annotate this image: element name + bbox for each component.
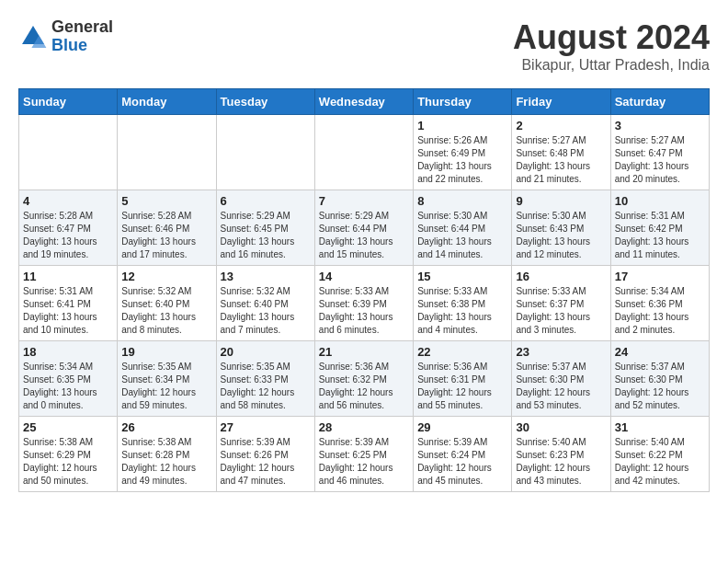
calendar-week-5: 25Sunrise: 5:38 AM Sunset: 6:29 PM Dayli… bbox=[19, 417, 710, 492]
calendar-cell: 14Sunrise: 5:33 AM Sunset: 6:39 PM Dayli… bbox=[314, 266, 413, 341]
calendar-cell: 24Sunrise: 5:37 AM Sunset: 6:30 PM Dayli… bbox=[610, 341, 709, 417]
calendar-cell: 21Sunrise: 5:36 AM Sunset: 6:32 PM Dayli… bbox=[314, 341, 413, 417]
day-info: Sunrise: 5:37 AM Sunset: 6:30 PM Dayligh… bbox=[615, 361, 705, 412]
calendar-cell: 15Sunrise: 5:33 AM Sunset: 6:38 PM Dayli… bbox=[414, 266, 512, 341]
calendar-week-2: 4Sunrise: 5:28 AM Sunset: 6:47 PM Daylig… bbox=[19, 190, 710, 266]
day-info: Sunrise: 5:35 AM Sunset: 6:34 PM Dayligh… bbox=[121, 361, 211, 412]
day-number: 19 bbox=[121, 345, 211, 359]
calendar-body: 1Sunrise: 5:26 AM Sunset: 6:49 PM Daylig… bbox=[19, 115, 710, 492]
day-info: Sunrise: 5:29 AM Sunset: 6:44 PM Dayligh… bbox=[319, 210, 409, 261]
calendar-cell: 27Sunrise: 5:39 AM Sunset: 6:26 PM Dayli… bbox=[216, 417, 314, 492]
day-info: Sunrise: 5:33 AM Sunset: 6:39 PM Dayligh… bbox=[319, 285, 409, 337]
day-number: 6 bbox=[221, 194, 311, 208]
day-number: 13 bbox=[221, 270, 311, 283]
calendar-cell: 9Sunrise: 5:30 AM Sunset: 6:43 PM Daylig… bbox=[512, 190, 610, 266]
month-year-title: August 2024 bbox=[513, 18, 710, 57]
day-number: 24 bbox=[615, 345, 705, 359]
calendar-cell: 22Sunrise: 5:36 AM Sunset: 6:31 PM Dayli… bbox=[414, 341, 512, 417]
day-info: Sunrise: 5:33 AM Sunset: 6:38 PM Dayligh… bbox=[417, 285, 507, 337]
logo-blue-text: Blue bbox=[51, 37, 113, 55]
calendar-week-4: 18Sunrise: 5:34 AM Sunset: 6:35 PM Dayli… bbox=[19, 341, 710, 417]
day-info: Sunrise: 5:40 AM Sunset: 6:22 PM Dayligh… bbox=[615, 436, 705, 488]
day-number: 16 bbox=[516, 270, 606, 283]
day-number: 9 bbox=[516, 194, 606, 208]
calendar-cell: 6Sunrise: 5:29 AM Sunset: 6:45 PM Daylig… bbox=[216, 190, 314, 266]
day-info: Sunrise: 5:27 AM Sunset: 6:47 PM Dayligh… bbox=[615, 134, 705, 186]
header-wednesday: Wednesday bbox=[314, 89, 413, 115]
day-number: 10 bbox=[615, 194, 705, 208]
day-number: 11 bbox=[23, 270, 113, 283]
day-info: Sunrise: 5:32 AM Sunset: 6:40 PM Dayligh… bbox=[221, 285, 311, 337]
day-number: 7 bbox=[319, 194, 409, 208]
day-number: 26 bbox=[121, 420, 211, 434]
day-info: Sunrise: 5:32 AM Sunset: 6:40 PM Dayligh… bbox=[121, 285, 211, 337]
logo-general-text: General bbox=[51, 18, 113, 37]
day-number: 29 bbox=[417, 420, 507, 434]
day-number: 8 bbox=[417, 194, 507, 208]
calendar-cell: 17Sunrise: 5:34 AM Sunset: 6:36 PM Dayli… bbox=[610, 266, 709, 341]
day-number: 27 bbox=[221, 420, 311, 434]
day-number: 30 bbox=[516, 420, 606, 434]
header-friday: Friday bbox=[512, 89, 610, 115]
day-info: Sunrise: 5:28 AM Sunset: 6:46 PM Dayligh… bbox=[121, 210, 211, 261]
day-info: Sunrise: 5:38 AM Sunset: 6:28 PM Dayligh… bbox=[121, 436, 211, 488]
day-info: Sunrise: 5:33 AM Sunset: 6:37 PM Dayligh… bbox=[516, 285, 606, 337]
header-thursday: Thursday bbox=[414, 89, 512, 115]
calendar-week-1: 1Sunrise: 5:26 AM Sunset: 6:49 PM Daylig… bbox=[19, 115, 710, 190]
calendar-cell: 4Sunrise: 5:28 AM Sunset: 6:47 PM Daylig… bbox=[19, 190, 118, 266]
calendar-cell: 1Sunrise: 5:26 AM Sunset: 6:49 PM Daylig… bbox=[414, 115, 512, 190]
calendar-cell: 20Sunrise: 5:35 AM Sunset: 6:33 PM Dayli… bbox=[216, 341, 314, 417]
calendar-cell: 26Sunrise: 5:38 AM Sunset: 6:28 PM Dayli… bbox=[118, 417, 216, 492]
day-number: 1 bbox=[417, 119, 507, 132]
calendar-cell: 5Sunrise: 5:28 AM Sunset: 6:46 PM Daylig… bbox=[118, 190, 216, 266]
day-info: Sunrise: 5:39 AM Sunset: 6:25 PM Dayligh… bbox=[319, 436, 409, 488]
calendar-table: Sunday Monday Tuesday Wednesday Thursday… bbox=[18, 88, 710, 492]
calendar-cell: 10Sunrise: 5:31 AM Sunset: 6:42 PM Dayli… bbox=[610, 190, 709, 266]
day-info: Sunrise: 5:31 AM Sunset: 6:42 PM Dayligh… bbox=[615, 210, 705, 261]
day-info: Sunrise: 5:36 AM Sunset: 6:31 PM Dayligh… bbox=[417, 361, 507, 412]
day-number: 14 bbox=[319, 270, 409, 283]
day-number: 25 bbox=[23, 420, 113, 434]
calendar-cell bbox=[118, 115, 216, 190]
calendar-cell: 8Sunrise: 5:30 AM Sunset: 6:44 PM Daylig… bbox=[414, 190, 512, 266]
day-number: 5 bbox=[121, 194, 211, 208]
header-sunday: Sunday bbox=[19, 89, 118, 115]
header-monday: Monday bbox=[118, 89, 216, 115]
calendar-cell: 18Sunrise: 5:34 AM Sunset: 6:35 PM Dayli… bbox=[19, 341, 118, 417]
calendar-cell bbox=[19, 115, 118, 190]
header-tuesday: Tuesday bbox=[216, 89, 314, 115]
page-header: General Blue August 2024 Bikapur, Uttar … bbox=[18, 18, 710, 74]
day-info: Sunrise: 5:30 AM Sunset: 6:43 PM Dayligh… bbox=[516, 210, 606, 261]
header-row: Sunday Monday Tuesday Wednesday Thursday… bbox=[19, 89, 710, 115]
calendar-cell: 30Sunrise: 5:40 AM Sunset: 6:23 PM Dayli… bbox=[512, 417, 610, 492]
day-number: 28 bbox=[319, 420, 409, 434]
day-info: Sunrise: 5:31 AM Sunset: 6:41 PM Dayligh… bbox=[23, 285, 113, 337]
header-saturday: Saturday bbox=[610, 89, 709, 115]
day-info: Sunrise: 5:28 AM Sunset: 6:47 PM Dayligh… bbox=[23, 210, 113, 261]
day-number: 23 bbox=[516, 345, 606, 359]
day-number: 3 bbox=[615, 119, 705, 132]
day-number: 15 bbox=[417, 270, 507, 283]
logo: General Blue bbox=[18, 18, 113, 55]
day-info: Sunrise: 5:34 AM Sunset: 6:35 PM Dayligh… bbox=[23, 361, 113, 412]
calendar-cell: 23Sunrise: 5:37 AM Sunset: 6:30 PM Dayli… bbox=[512, 341, 610, 417]
day-number: 12 bbox=[121, 270, 211, 283]
calendar-cell: 2Sunrise: 5:27 AM Sunset: 6:48 PM Daylig… bbox=[512, 115, 610, 190]
day-number: 31 bbox=[615, 420, 705, 434]
calendar-header: Sunday Monday Tuesday Wednesday Thursday… bbox=[19, 89, 710, 115]
day-info: Sunrise: 5:29 AM Sunset: 6:45 PM Dayligh… bbox=[221, 210, 311, 261]
calendar-cell: 19Sunrise: 5:35 AM Sunset: 6:34 PM Dayli… bbox=[118, 341, 216, 417]
calendar-cell bbox=[216, 115, 314, 190]
day-info: Sunrise: 5:40 AM Sunset: 6:23 PM Dayligh… bbox=[516, 436, 606, 488]
day-number: 4 bbox=[23, 194, 113, 208]
day-info: Sunrise: 5:36 AM Sunset: 6:32 PM Dayligh… bbox=[319, 361, 409, 412]
day-number: 21 bbox=[319, 345, 409, 359]
day-number: 17 bbox=[615, 270, 705, 283]
calendar-cell: 13Sunrise: 5:32 AM Sunset: 6:40 PM Dayli… bbox=[216, 266, 314, 341]
calendar-cell: 7Sunrise: 5:29 AM Sunset: 6:44 PM Daylig… bbox=[314, 190, 413, 266]
calendar-cell: 16Sunrise: 5:33 AM Sunset: 6:37 PM Dayli… bbox=[512, 266, 610, 341]
location-subtitle: Bikapur, Uttar Pradesh, India bbox=[513, 57, 710, 74]
day-info: Sunrise: 5:37 AM Sunset: 6:30 PM Dayligh… bbox=[516, 361, 606, 412]
calendar-cell: 29Sunrise: 5:39 AM Sunset: 6:24 PM Dayli… bbox=[414, 417, 512, 492]
day-info: Sunrise: 5:26 AM Sunset: 6:49 PM Dayligh… bbox=[417, 134, 507, 186]
